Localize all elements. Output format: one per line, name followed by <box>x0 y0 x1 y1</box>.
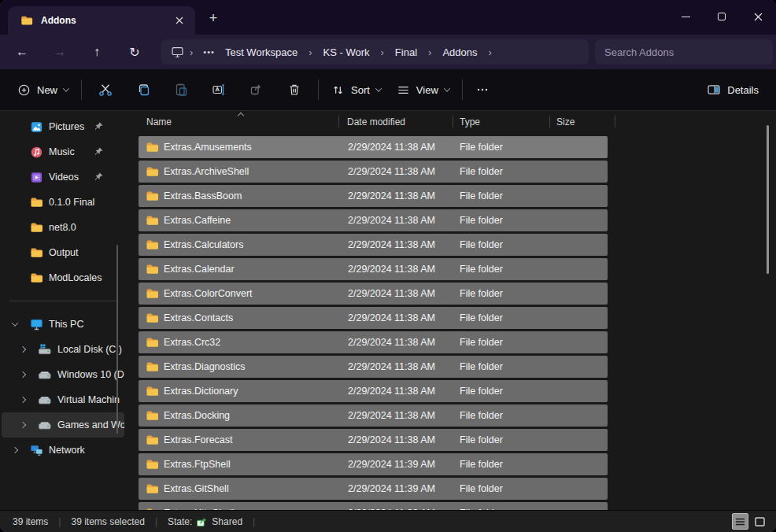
copy-button[interactable] <box>124 76 162 104</box>
sidebar-scrollbar[interactable] <box>116 245 118 434</box>
more-options-button[interactable] <box>467 76 497 104</box>
close-icon <box>754 13 763 21</box>
chevron-down-icon[interactable] <box>12 320 18 326</box>
file-date-modified: 2/29/2024 11:38 AM <box>348 361 460 372</box>
sidebar-item[interactable]: Music <box>2 139 124 164</box>
table-row[interactable]: Extras.BassBoom 2/29/2024 11:38 AM File … <box>139 185 608 207</box>
column-header-size[interactable]: Size <box>550 111 615 132</box>
column-header-name[interactable]: Name <box>126 111 338 132</box>
delete-button[interactable] <box>275 76 313 104</box>
address-bar[interactable]: › ••• Test Workspace › KS - Work › Final… <box>161 39 589 65</box>
table-row[interactable]: Extras.Crc32 2/29/2024 11:38 AM File fol… <box>139 331 608 353</box>
sidebar-item-label: Virtual Machin <box>57 394 120 405</box>
breadcrumb-item[interactable]: Addons <box>437 44 482 61</box>
details-view-toggle[interactable] <box>732 513 748 530</box>
breadcrumb-chevron-icon[interactable]: › <box>375 46 390 58</box>
sidebar-tree-item[interactable]: Windows 10 (D <box>2 362 124 387</box>
table-row[interactable]: Extras.Docking 2/29/2024 11:38 AM File f… <box>139 405 608 427</box>
table-row[interactable]: Extras.ArchiveShell 2/29/2024 11:38 AM F… <box>139 161 608 183</box>
table-row[interactable]: Extras.Diagnostics 2/29/2024 11:38 AM Fi… <box>139 356 608 378</box>
search-box[interactable]: Search Addons <box>595 39 773 65</box>
tab-title: Addons <box>41 15 162 26</box>
chevron-right-icon[interactable] <box>20 371 26 378</box>
details-button-label: Details <box>727 84 759 96</box>
table-row[interactable]: Extras.HttpShell 2/29/2024 11:39 AM File… <box>139 502 608 510</box>
table-row[interactable]: Extras.Amusements 2/29/2024 11:38 AM Fil… <box>139 136 608 158</box>
sidebar-item-label: This PC <box>49 319 83 330</box>
table-row[interactable]: Extras.Caffeine 2/29/2024 11:38 AM File … <box>139 209 608 231</box>
chevron-right-icon[interactable] <box>20 397 26 403</box>
sidebar-tree-item[interactable]: Virtual Machin <box>2 387 124 412</box>
sort-button[interactable]: Sort <box>323 76 389 104</box>
list-scrollbar[interactable] <box>767 125 769 274</box>
table-row[interactable]: Extras.Contacts 2/29/2024 11:38 AM File … <box>139 307 608 329</box>
column-header-type[interactable]: Type <box>453 111 549 132</box>
pin-icon <box>94 146 105 157</box>
pin-icon <box>94 121 105 132</box>
chevron-right-icon[interactable] <box>20 422 26 428</box>
breadcrumb-chevron-icon[interactable]: › <box>482 46 497 58</box>
table-row[interactable]: Extras.ColorConvert 2/29/2024 11:38 AM F… <box>139 283 608 305</box>
sidebar-tree-item[interactable]: Games and Wo <box>2 412 124 438</box>
column-header-date-modified[interactable]: Date modified <box>339 111 453 132</box>
folder-icon <box>146 215 159 226</box>
sidebar-tree-item[interactable]: Network <box>2 438 124 463</box>
table-row[interactable]: Extras.Calculators 2/29/2024 11:38 AM Fi… <box>139 234 608 256</box>
breadcrumb-chevron-icon[interactable]: › <box>303 46 317 58</box>
table-row[interactable]: Extras.Calendar 2/29/2024 11:38 AM File … <box>139 258 608 280</box>
breadcrumb-item[interactable]: KS - Work <box>318 44 375 61</box>
sidebar-tree-item[interactable]: Local Disk (C:) <box>2 337 124 362</box>
rename-button[interactable] <box>200 76 238 104</box>
new-button[interactable]: New <box>9 76 76 104</box>
more-icon <box>475 83 490 97</box>
table-row[interactable]: Extras.FtpShell 2/29/2024 11:39 AM File … <box>139 453 608 475</box>
file-date-modified: 2/29/2024 11:38 AM <box>348 190 460 201</box>
new-tab-button[interactable]: + <box>203 8 224 28</box>
folder-icon <box>146 166 159 177</box>
table-row[interactable]: Extras.Forecast 2/29/2024 11:38 AM File … <box>139 429 608 451</box>
chevron-right-icon[interactable] <box>12 447 18 453</box>
file-type: File folder <box>460 239 608 250</box>
breadcrumb-overflow-button[interactable]: ••• <box>198 47 220 57</box>
status-divider: | <box>253 516 255 527</box>
sidebar-tree-item[interactable]: This PC <box>2 312 124 337</box>
sidebar-item[interactable]: ModLocales <box>2 265 124 290</box>
paste-button[interactable] <box>162 76 200 104</box>
up-button[interactable]: ↑ <box>83 39 110 65</box>
sort-button-label: Sort <box>351 84 370 96</box>
breadcrumb-chevron-icon[interactable]: › <box>423 46 437 58</box>
tab-addons[interactable]: Addons <box>8 6 195 35</box>
folder-icon <box>146 264 159 275</box>
sidebar-item[interactable]: Output <box>2 240 124 265</box>
file-type: File folder <box>460 166 608 177</box>
file-date-modified: 2/29/2024 11:38 AM <box>348 264 460 275</box>
breadcrumb-item[interactable]: Final <box>390 44 423 61</box>
sidebar-item[interactable]: Videos <box>2 164 124 190</box>
sidebar-item[interactable]: 0.1.0 Final <box>2 190 124 215</box>
sidebar-item-label: 0.1.0 Final <box>49 197 94 208</box>
tab-close-button[interactable] <box>170 11 189 30</box>
folder-icon <box>146 288 159 299</box>
table-row[interactable]: Extras.Dictionary 2/29/2024 11:38 AM Fil… <box>139 380 608 402</box>
share-button[interactable] <box>238 76 275 104</box>
breadcrumb-item[interactable]: Test Workspace <box>220 44 303 61</box>
close-window-button[interactable] <box>740 0 776 33</box>
table-row[interactable]: Extras.GitShell 2/29/2024 11:39 AM File … <box>139 478 608 500</box>
forward-button[interactable]: → <box>46 39 73 65</box>
details-pane-button[interactable]: Details <box>699 76 767 104</box>
share-icon <box>249 83 264 97</box>
minimize-button[interactable] <box>667 0 704 33</box>
content-view-toggle[interactable] <box>752 513 768 530</box>
maximize-button[interactable] <box>704 0 740 33</box>
view-button[interactable]: View <box>389 76 457 104</box>
back-button[interactable]: ← <box>9 39 35 65</box>
refresh-button[interactable]: ↻ <box>121 39 148 65</box>
sidebar-item[interactable]: net8.0 <box>2 215 124 240</box>
sidebar-item[interactable]: Pictures <box>2 114 124 139</box>
drive-icon <box>38 368 52 381</box>
cut-button[interactable] <box>87 76 124 104</box>
state-label: State: <box>168 516 192 527</box>
column-separator[interactable] <box>615 116 615 127</box>
chevron-right-icon[interactable] <box>20 346 26 353</box>
up-arrow-icon: ↑ <box>94 45 100 59</box>
